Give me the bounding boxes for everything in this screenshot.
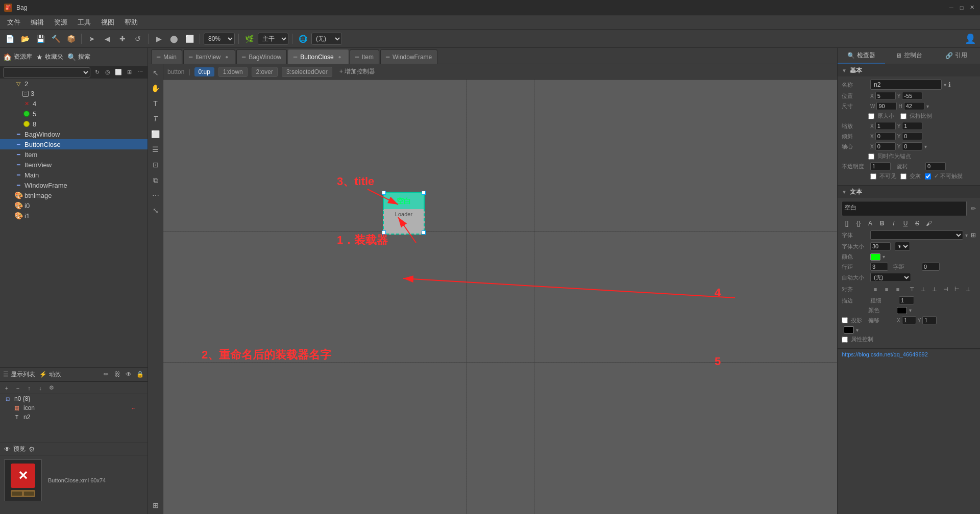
shadow-color-swatch[interactable] <box>844 326 854 333</box>
tt-brackets2[interactable]: {} <box>853 218 864 228</box>
tree-item-BagWindow[interactable]: ━ BagWindow <box>0 129 148 139</box>
pkg-refresh[interactable]: ↻ <box>92 68 102 77</box>
ctrl-state-up[interactable]: 0:up <box>194 67 214 76</box>
size-dropdown[interactable]: ▾ <box>926 104 929 109</box>
align-justify[interactable]: ⊣ <box>941 284 951 294</box>
align-justify2[interactable]: ⊢ <box>952 284 962 294</box>
tree-item-btnimage[interactable]: 🎨 btnimage <box>0 190 148 200</box>
align-left[interactable]: ≡ <box>870 284 880 294</box>
align-bottom[interactable]: ⊥ <box>929 284 940 294</box>
tree-item-Main[interactable]: ━ Main <box>0 170 148 180</box>
tab-WindowFrame[interactable]: ━ WindowFrame <box>380 49 437 64</box>
dl-eye-icon[interactable]: 👁 <box>124 370 133 379</box>
name-dropdown[interactable]: ▾ <box>944 82 946 88</box>
branch-select[interactable]: 主干 <box>258 33 288 45</box>
tool-more[interactable]: ⋯ <box>149 189 162 202</box>
loader-widget[interactable]: 空白 Loader <box>383 192 425 234</box>
font-size-unit-select[interactable]: ▾ <box>895 242 910 251</box>
tool-shapes[interactable]: ⬜ <box>149 127 162 141</box>
pkg-more[interactable]: ⋯ <box>135 68 144 77</box>
ref-tab[interactable]: 🔗 引用 <box>933 48 980 64</box>
text-section-header[interactable]: ▼ 文本 <box>838 186 980 198</box>
dl-remove-btn[interactable]: − <box>13 383 22 393</box>
tree-item-8[interactable]: 8 <box>0 119 148 129</box>
toolbar-save[interactable]: 💾 <box>34 32 47 45</box>
text-content-display[interactable]: 空白 <box>842 201 967 216</box>
menu-file[interactable]: 文件 <box>2 16 26 29</box>
tool-list[interactable]: ☰ <box>149 143 162 156</box>
handle-tl[interactable] <box>382 191 386 195</box>
shadow-y-input[interactable] <box>922 316 937 324</box>
align-right[interactable]: ≡ <box>893 284 903 294</box>
dl-up-btn[interactable]: ↑ <box>24 383 34 393</box>
display-list-tab[interactable]: ☰ 显示列表 <box>3 370 35 379</box>
pivot-dropdown[interactable]: ▾ <box>924 144 927 149</box>
tool-crop[interactable]: ⊡ <box>149 158 162 171</box>
menu-assets[interactable]: 资源 <box>49 16 72 29</box>
canvas-area[interactable]: 空白 Loader <box>163 80 837 514</box>
dl-item-n2[interactable]: T n2 · · <box>0 413 148 422</box>
align-top[interactable]: ⊤ <box>907 284 917 294</box>
toolbar-pkg[interactable]: 📦 <box>64 32 78 45</box>
font-size-input[interactable] <box>870 242 891 250</box>
dl-add-btn[interactable]: + <box>2 383 11 393</box>
tt-paint[interactable]: 🖌 <box>924 218 934 228</box>
animation-tab[interactable]: ⚡ 动效 <box>39 370 61 379</box>
close-button[interactable]: ✕ <box>968 4 976 12</box>
text-edit-icon[interactable]: ✏ <box>971 205 976 212</box>
tab-Main[interactable]: ━ Main <box>151 49 182 64</box>
pos-x-input[interactable] <box>875 92 896 100</box>
align-justify3[interactable]: ⊥ <box>963 284 973 294</box>
tree-item-5[interactable]: 5 <box>0 109 148 119</box>
anchor-checkbox[interactable] <box>868 153 874 160</box>
grayed-checkbox[interactable] <box>900 173 906 179</box>
tab-BagWindow[interactable]: ━ BagWindow <box>236 49 287 64</box>
stroke-color-dropdown[interactable]: ▾ <box>909 307 912 313</box>
menu-help[interactable]: 帮助 <box>119 16 143 29</box>
name-input[interactable] <box>870 80 942 90</box>
preview-settings-btn[interactable]: ⚙ <box>29 445 35 453</box>
pkg-layout[interactable]: ⬜ <box>114 68 123 77</box>
font-dropdown[interactable]: ▾ <box>965 233 968 238</box>
shadow-color-dropdown[interactable]: ▾ <box>856 327 859 333</box>
tt-italic[interactable]: I <box>889 218 899 228</box>
tab-ButtonClose[interactable]: ━ ButtonClose ● <box>288 49 348 64</box>
scale-x-input[interactable] <box>875 122 896 130</box>
handle-tr[interactable] <box>422 191 426 195</box>
ctrl-state-down[interactable]: 1:down <box>218 67 248 77</box>
handle-bl[interactable] <box>382 230 386 235</box>
attr-ctrl-checkbox[interactable] <box>842 337 848 343</box>
rotation-input[interactable] <box>925 162 946 170</box>
tree-item-2[interactable]: ▽ 2 <box>0 79 148 89</box>
handle-br[interactable] <box>422 230 426 235</box>
size-w-input[interactable] <box>876 102 897 110</box>
scale-y-input[interactable] <box>902 122 922 130</box>
menu-tools[interactable]: 工具 <box>72 16 96 29</box>
tree-item-4[interactable]: ✕ 4 <box>0 98 148 109</box>
skew-y-input[interactable] <box>902 132 922 140</box>
tree-item-i1[interactable]: 🎨 i1 <box>0 211 148 221</box>
shadow-checkbox[interactable] <box>842 317 848 323</box>
tt-underline[interactable]: U <box>900 218 911 228</box>
assets-tab[interactable]: 🏠 资源库 <box>3 53 32 61</box>
zoom-select[interactable]: 80% 100% 50% <box>204 33 235 45</box>
font-browse-icon[interactable]: ⊞ <box>971 232 976 239</box>
tool-bottom[interactable]: ⊞ <box>149 499 162 512</box>
tool-text2[interactable]: T <box>149 112 162 125</box>
toolbar-play[interactable]: ▶ <box>152 32 165 45</box>
toolbar-stop[interactable]: ⬤ <box>167 32 181 45</box>
menu-view[interactable]: 视图 <box>96 16 119 29</box>
tool-select[interactable]: ↖ <box>149 66 162 80</box>
ctrl-state-over[interactable]: 2:over <box>252 67 278 77</box>
console-tab[interactable]: 🖥 控制台 <box>885 48 933 64</box>
align-middle[interactable]: ⊥ <box>918 284 928 294</box>
tree-item-3[interactable]: □ 3 <box>0 89 148 98</box>
toolbar-open[interactable]: 📂 <box>18 32 32 45</box>
tool-text[interactable]: T <box>149 97 162 110</box>
tt-brackets1[interactable]: [] <box>842 218 852 228</box>
tt-align-text[interactable]: A <box>865 218 875 228</box>
pos-y-input[interactable] <box>902 92 922 100</box>
tab-close-ButtonClose[interactable]: ● <box>337 54 343 60</box>
opacity-input[interactable] <box>870 162 891 170</box>
pkg-locate[interactable]: ◎ <box>103 68 112 77</box>
